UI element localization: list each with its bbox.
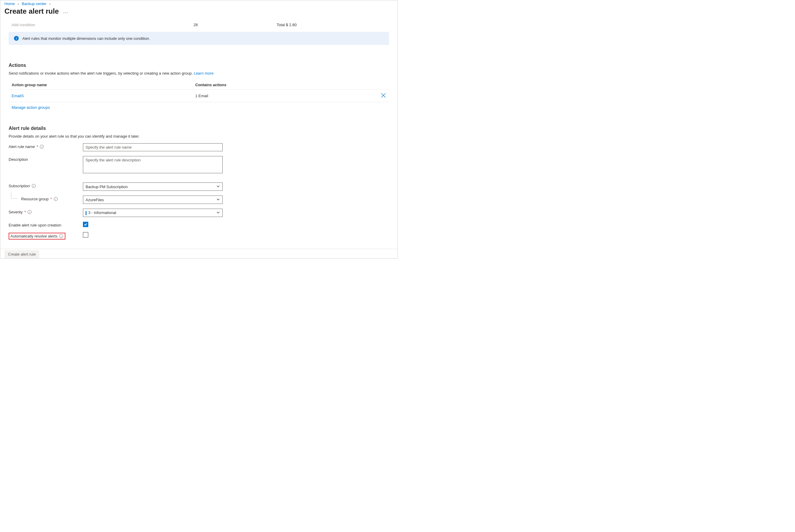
more-actions-button[interactable]: …: [63, 8, 69, 14]
breadcrumb-backup-center[interactable]: Backup center: [22, 1, 46, 6]
description-input[interactable]: [83, 156, 223, 173]
enable-rule-label: Enable alert rule upon creation: [8, 222, 83, 227]
action-group-name-link[interactable]: EmailS: [12, 94, 24, 98]
add-condition-text[interactable]: Add condition: [12, 23, 193, 27]
tree-elbow-icon: [11, 192, 18, 198]
action-group-row: EmailS 1 Email: [8, 90, 389, 102]
col-header-name: Action group name: [12, 83, 195, 87]
info-icon[interactable]: i: [27, 210, 32, 214]
chevron-right-icon: ›: [18, 1, 19, 6]
alert-rule-name-label: Alert rule name * i: [8, 143, 83, 149]
info-banner: i Alert rules that monitor multiple dime…: [8, 32, 389, 45]
auto-resolve-label: Automatically resolve alerts: [11, 234, 57, 239]
severity-select[interactable]: 3 - Informational: [83, 209, 223, 217]
severity-label: Severity * i: [8, 209, 83, 214]
chevron-down-icon: [216, 185, 220, 189]
resource-group-select[interactable]: AzureFiles: [83, 195, 223, 204]
auto-resolve-checkbox[interactable]: [83, 232, 88, 238]
subscription-select[interactable]: Backup PM Subscription: [83, 183, 223, 191]
description-label: Description: [8, 156, 83, 162]
subscription-label: Subscription i: [8, 183, 83, 188]
enable-rule-checkbox[interactable]: [83, 222, 88, 227]
page-title: Create alert rule: [4, 7, 59, 16]
condition-count: 28: [193, 23, 277, 27]
info-icon[interactable]: i: [40, 145, 44, 149]
learn-more-link[interactable]: Learn more: [194, 71, 213, 75]
create-alert-rule-button[interactable]: Create alert rule: [4, 250, 39, 258]
chevron-right-icon: ›: [49, 1, 51, 6]
details-section-desc: Provide details on your alert rule so th…: [8, 134, 389, 138]
action-group-contains: 1 Email: [195, 94, 378, 98]
chevron-down-icon: [216, 211, 220, 215]
breadcrumb-home[interactable]: Home: [4, 1, 15, 6]
actions-section-title: Actions: [8, 63, 389, 68]
info-icon[interactable]: i: [54, 197, 58, 201]
auto-resolve-highlight: Automatically resolve alerts i: [8, 233, 65, 240]
info-banner-text: Alert rules that monitor multiple dimens…: [22, 36, 150, 41]
info-icon[interactable]: i: [32, 184, 36, 188]
details-section-title: Alert rule details: [8, 126, 389, 131]
col-header-contains: Contains actions: [195, 83, 378, 87]
footer-bar: Create alert rule: [0, 249, 397, 258]
manage-action-groups-link[interactable]: Manage action groups: [12, 105, 50, 110]
actions-section-desc: Send notifications or invoke actions whe…: [8, 71, 389, 75]
chevron-down-icon: [216, 198, 220, 202]
breadcrumb: Home › Backup center ›: [0, 0, 397, 6]
action-groups-table: Action group name Contains actions Email…: [8, 80, 389, 110]
info-icon[interactable]: i: [59, 234, 63, 238]
alert-rule-name-input[interactable]: [83, 143, 223, 151]
info-icon: i: [14, 36, 19, 41]
condition-total: Total $ 2.80: [277, 23, 297, 27]
resource-group-label: Resource group * i: [8, 195, 83, 201]
severity-badge: [86, 211, 87, 215]
condition-summary-row: Add condition 28 Total $ 2.80: [8, 20, 389, 32]
remove-action-group-button[interactable]: [381, 95, 386, 99]
